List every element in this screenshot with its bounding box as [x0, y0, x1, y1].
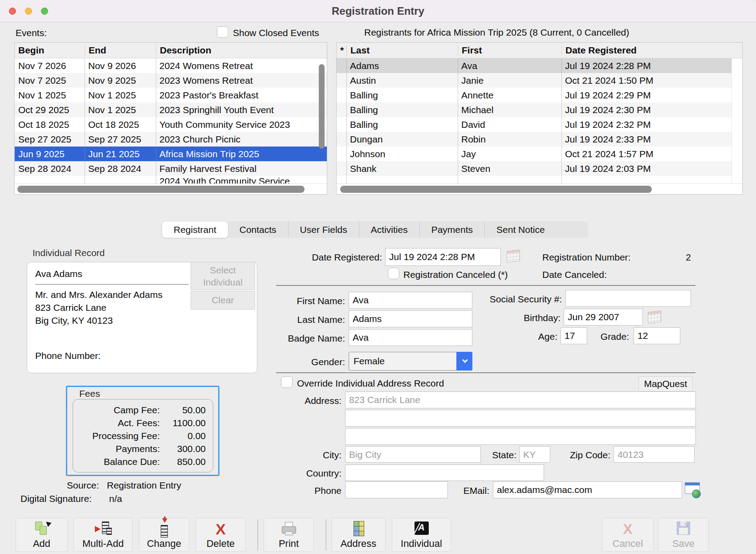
registrants-horizontal-scrollbar[interactable] — [340, 186, 652, 193]
date-registered-input[interactable] — [385, 248, 501, 266]
cancel-button[interactable]: X Cancel — [602, 518, 654, 552]
event-cell-description: Youth Community Service 2023 — [156, 119, 327, 130]
registrants-table-body: AdamsAvaJul 19 2024 2:28 PMAustinJanieOc… — [337, 58, 732, 183]
delete-button[interactable]: XDelete — [195, 518, 246, 552]
save-button[interactable]: ↘ Save — [658, 518, 709, 552]
event-cell-end: Nov 1 2025 — [85, 105, 156, 115]
events-hscroll-track — [15, 183, 327, 194]
events-header-begin[interactable]: Begin — [15, 45, 85, 56]
registrant-row[interactable]: JohnsonJayOct 21 2024 1:57 PM — [337, 147, 732, 161]
event-cell-description: 2024 Womens Retreat — [156, 61, 327, 71]
delete-icon: X — [212, 520, 230, 538]
event-row-partial[interactable]: 2024 Youth Community Service — [15, 176, 327, 183]
change-icon — [155, 520, 173, 538]
registrant-row[interactable]: BallingAnnetteJul 19 2024 2:29 PM — [337, 88, 732, 102]
gender-dropdown-button[interactable] — [456, 352, 472, 371]
registrants-header-star[interactable]: * — [337, 45, 346, 56]
mapquest-button[interactable]: MapQuest — [638, 376, 693, 391]
event-row[interactable]: Sep 27 2025Sep 27 20252023 Church Picnic — [15, 132, 327, 147]
event-cell-description: 2023 Pastor's Breakfast — [156, 90, 327, 101]
event-cell-begin: Nov 1 2025 — [15, 90, 85, 101]
add-button[interactable]: Add — [16, 518, 68, 552]
event-row[interactable]: Nov 7 2025Nov 9 20252023 Womens Retreat — [15, 73, 327, 88]
gender-select[interactable]: Female — [349, 352, 472, 371]
tab-registrant[interactable]: Registrant — [162, 221, 228, 238]
multi-add-button[interactable]: Multi-Add — [73, 518, 133, 552]
registrants-title: Registrants for Africa Mission Trip 2025… — [364, 27, 629, 38]
gender-label: Gender: — [256, 357, 345, 367]
address-line2-input[interactable] — [345, 410, 696, 427]
registration-canceled-checkbox[interactable] — [388, 268, 399, 279]
registrant-row[interactable]: DunganRobinJul 19 2024 2:33 PM — [337, 132, 732, 147]
fee-value: 1100.00 — [160, 418, 213, 428]
registrants-header-last[interactable]: Last — [346, 45, 458, 56]
event-cell-end: Sep 28 2024 — [85, 163, 156, 174]
event-cell-begin: Sep 27 2025 — [15, 134, 85, 145]
birthday-input[interactable] — [564, 309, 643, 326]
event-row[interactable]: Oct 29 2025Nov 1 20252023 Springhill You… — [15, 102, 327, 117]
event-row[interactable]: Nov 1 2025Nov 1 20252023 Pastor's Breakf… — [15, 88, 327, 102]
registrants-header-date[interactable]: Date Registered — [561, 45, 742, 56]
ssn-input[interactable] — [565, 290, 691, 307]
add-icon — [33, 520, 51, 538]
country-input[interactable] — [345, 464, 544, 481]
fee-label: Processing Fee: — [73, 431, 160, 441]
source-value: Registration Entry — [107, 480, 181, 491]
toolbar-separator — [257, 519, 258, 550]
email-input[interactable] — [493, 481, 682, 498]
registrant-row[interactable]: AustinJanieOct 21 2024 1:50 PM — [337, 73, 732, 88]
badge-name-input[interactable] — [349, 329, 472, 346]
tab-activities[interactable]: Activities — [359, 221, 419, 238]
events-vertical-scrollbar[interactable] — [319, 64, 325, 149]
events-header-end[interactable]: End — [85, 45, 156, 56]
event-row[interactable]: Oct 18 2025Oct 18 2025Youth Community Se… — [15, 117, 327, 132]
clear-button[interactable]: Clear — [191, 291, 255, 310]
last-name-label: Last Name: — [256, 314, 345, 325]
save-icon: ↘ — [675, 520, 692, 538]
last-name-input[interactable] — [349, 310, 472, 327]
address-line3-input[interactable] — [345, 428, 696, 445]
event-row[interactable]: Jun 9 2025Jun 21 2025Africa Mission Trip… — [15, 147, 327, 161]
override-address-checkbox[interactable] — [281, 376, 293, 388]
event-row[interactable]: Sep 28 2024Sep 28 2024Family Harvest Fes… — [15, 161, 327, 176]
change-button[interactable]: Change — [139, 518, 189, 552]
event-row[interactable]: Nov 7 2026Nov 9 20262024 Womens Retreat — [15, 58, 327, 73]
registrants-header-first[interactable]: First — [458, 45, 561, 56]
tab-user-fields[interactable]: User Fields — [288, 221, 359, 238]
tab-payments[interactable]: Payments — [419, 221, 484, 238]
tab-sent-notice[interactable]: Sent Notice — [484, 221, 557, 238]
registrant-row[interactable]: BallingMichaelJul 19 2024 2:30 PM — [337, 102, 732, 117]
date-registered-label: Date Registered: — [276, 252, 382, 263]
calendar-icon[interactable] — [507, 249, 520, 263]
address-button[interactable]: Address — [331, 518, 386, 552]
event-cell-description: 2023 Church Picnic — [156, 134, 327, 145]
address-icon — [350, 520, 367, 538]
chevron-down-icon — [462, 357, 468, 363]
show-closed-events-label: Show Closed Events — [233, 28, 319, 38]
fee-label: Camp Fee: — [73, 405, 160, 416]
grade-input[interactable] — [634, 327, 680, 344]
zip-code-input[interactable] — [614, 446, 695, 463]
events-horizontal-scrollbar[interactable] — [17, 186, 305, 193]
events-header-description[interactable]: Description — [156, 45, 327, 56]
registrant-cell: Michael — [458, 105, 561, 115]
calendar-icon[interactable] — [648, 310, 661, 324]
registrant-cell: Ava — [458, 61, 561, 71]
registrant-row[interactable]: ShankStevenJul 19 2024 2:03 PM — [337, 161, 732, 176]
digital-signature-value: n/a — [109, 493, 122, 504]
show-closed-events-checkbox[interactable] — [217, 26, 228, 38]
individual-address: Mr. and Mrs. Alexander Adams 823 Carrick… — [35, 288, 163, 327]
email-icon[interactable] — [685, 481, 701, 499]
cancel-icon: X — [619, 520, 637, 538]
print-button[interactable]: Print — [264, 518, 314, 552]
registrant-row[interactable]: AdamsAvaJul 19 2024 2:28 PM — [337, 58, 732, 73]
registrant-cell: Balling — [346, 119, 458, 130]
event-cell-end: Nov 9 2025 — [85, 75, 156, 86]
first-name-input[interactable] — [349, 292, 472, 309]
age-input[interactable] — [561, 327, 587, 344]
address-line1-input[interactable] — [345, 391, 696, 408]
tab-contacts[interactable]: Contacts — [228, 221, 288, 238]
registrant-row[interactable]: BallingDavidJul 19 2024 2:32 PM — [337, 117, 732, 132]
select-individual-button[interactable]: Select Individual — [191, 262, 255, 290]
individual-button[interactable]: Individual — [392, 518, 451, 552]
